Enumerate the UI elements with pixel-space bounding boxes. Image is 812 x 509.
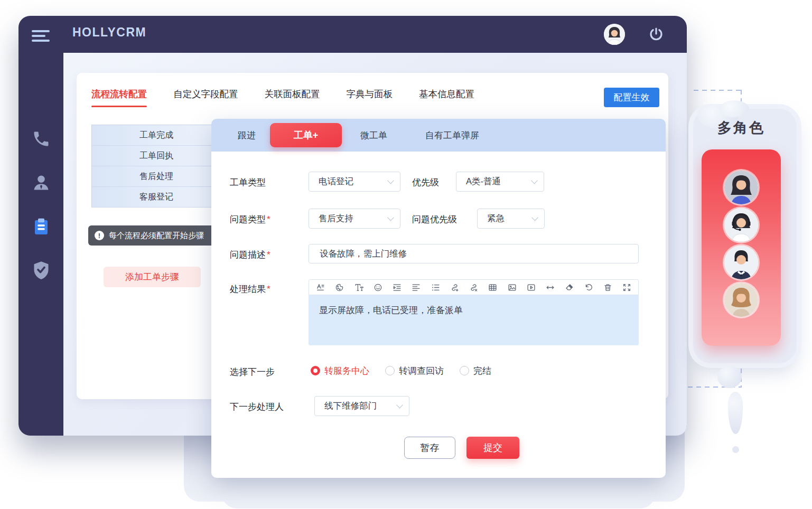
chevron-down-icon [531,214,538,221]
undo-icon[interactable] [584,283,593,292]
editor-toolbar [309,279,639,295]
user-avatar[interactable] [604,24,625,45]
issue-desc-input[interactable]: 设备故障，需上门维修 [309,244,639,263]
tab-dictionary-panel[interactable]: 字典与面板 [347,88,393,100]
multi-role-title: 多角色 [717,118,765,137]
font-icon[interactable] [316,283,325,292]
modal-tab-follow[interactable]: 跟进 [238,129,256,142]
config-tabs: 流程流转配置 自定义字段配置 关联面板配置 字典与面板 基本信息配置 [91,88,474,100]
issue-priority-select[interactable]: 紧急 [477,209,545,229]
ticket-type-label: 工单类型 [230,176,266,188]
result-label: 处理结果* [230,283,270,295]
radio-dot [460,366,469,375]
apply-config-button[interactable]: 配置生效 [604,88,659,107]
indent-icon[interactable] [393,283,402,292]
issue-type-select[interactable]: 售后支持 [309,209,400,229]
phone-icon[interactable] [32,129,51,148]
modal-tab-bar: 跟进 工单+ 微工单 自有工单弹屏 [211,119,666,152]
list-item-step[interactable]: 工单回执 [92,146,221,166]
list-item-step[interactable]: 客服登记 [92,187,221,208]
save-draft-button[interactable]: 暂存 [404,437,455,459]
chevron-down-icon [387,177,394,184]
tab-linked-panel[interactable]: 关联面板配置 [265,88,320,100]
issue-priority-label: 问题优先级 [412,213,457,225]
droplet-decoration [717,366,742,388]
next-handler-label: 下一步处理人 [230,401,284,413]
power-icon[interactable] [647,25,666,44]
emoji-icon[interactable] [374,283,382,292]
horizontal-rule-icon[interactable] [546,283,555,292]
radio-survey-callback[interactable]: 转调查回访 [385,365,444,377]
menu-icon[interactable] [32,30,50,43]
workorder-icon[interactable] [32,217,51,236]
result-textarea[interactable]: 显示屏故障，电话已受理，准备派单 [309,295,639,345]
radio-dot [311,366,320,375]
fullscreen-icon[interactable] [622,283,631,292]
table-icon[interactable] [488,283,497,292]
brand-logo: HOLLYCRM [72,25,146,40]
list-item-step[interactable]: 工单完成 [92,125,221,146]
list-item-step[interactable]: 售后处理 [92,166,221,187]
trash-icon[interactable] [603,283,612,292]
modal-tab-own-popup[interactable]: 自有工单弹屏 [425,129,479,142]
cloud-decoration [720,100,749,117]
align-icon[interactable] [412,283,421,292]
rich-text-editor: 显示屏故障，电话已受理，准备派单 [309,279,639,345]
female-customer-avatar [724,283,758,317]
priority-select[interactable]: A类-普通 [456,172,544,192]
ticket-type-select[interactable]: 电话登记 [309,172,400,192]
male-agent-avatar [724,246,758,279]
headset-agent-avatar [724,208,758,242]
chevron-down-icon [387,214,394,221]
eraser-icon[interactable] [565,283,574,292]
droplet-decoration [728,392,743,434]
issue-type-label: 问题类型* [230,213,270,225]
image-icon[interactable] [508,283,517,292]
contact-icon[interactable] [32,173,51,192]
roles-panel [702,149,781,346]
radio-service-center[interactable]: 转服务中心 [311,365,369,377]
unordered-list-icon[interactable] [431,283,440,292]
notice-tooltip: ! 每个流程必须配置开始步骤 [88,225,221,246]
modal-tab-micro-workorder[interactable]: 微工单 [360,129,387,142]
tab-custom-fields[interactable]: 自定义字段配置 [173,88,238,100]
droplet-decoration [732,446,739,453]
female-agent-avatar [724,171,758,204]
app-root: 多角色 HOLLYCRM [0,0,812,509]
tab-flow-config[interactable]: 流程流转配置 [91,88,147,100]
video-icon[interactable] [527,283,536,292]
remove-link-icon[interactable] [469,283,478,292]
color-palette-icon[interactable] [335,283,344,292]
text-size-icon[interactable] [354,283,363,292]
chevron-down-icon [531,177,538,184]
modal-tab-workorder[interactable]: 工单+ [270,123,342,147]
insert-link-icon[interactable] [450,283,459,292]
exclamation-icon: ! [95,231,104,240]
tab-basic-info[interactable]: 基本信息配置 [419,88,474,100]
workflow-step-list: 工单完成 工单回执 售后处理 客服登记 [91,125,221,208]
dashed-guide-top [694,90,742,91]
submit-button[interactable]: 提交 [466,437,519,459]
add-step-button[interactable]: 添加工单步骤 [104,267,201,287]
chevron-down-icon [396,402,403,409]
notice-text: 每个流程必须配置开始步骤 [109,231,204,241]
security-icon[interactable] [32,260,51,279]
next-handler-select[interactable]: 线下维修部门 [314,396,409,416]
issue-desc-label: 问题描述* [230,249,270,261]
radio-dot [385,366,395,375]
next-step-radio-group: 转服务中心 转调查回访 完结 [311,363,491,379]
radio-finish[interactable]: 完结 [460,365,491,377]
workorder-modal: 跟进 工单+ 微工单 自有工单弹屏 工单类型 电话登记 优先级 A类-普通 问题… [211,119,666,478]
next-step-label: 选择下一步 [230,366,275,378]
priority-label: 优先级 [412,176,439,188]
